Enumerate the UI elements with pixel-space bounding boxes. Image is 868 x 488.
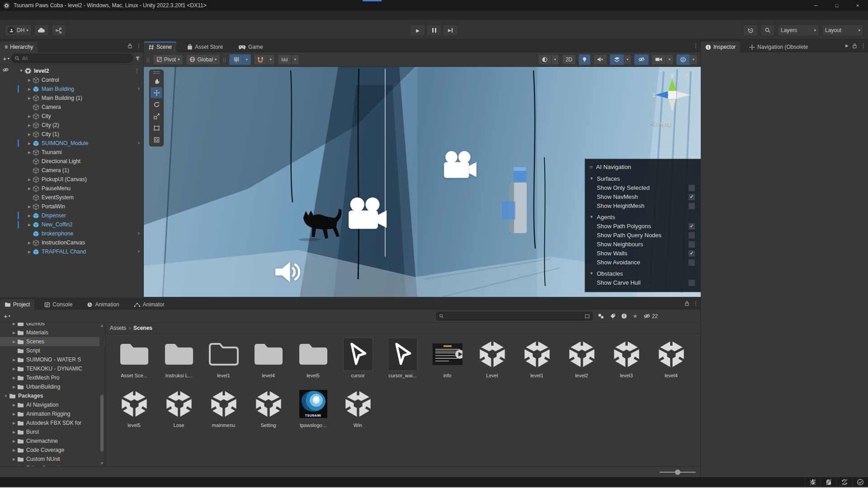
folder-tree-item[interactable]: ▶ SUIMONO - WATER S — [0, 355, 105, 364]
expander-icon[interactable]: ▶ — [26, 241, 33, 245]
hierarchy-item[interactable]: ▶ SUIMONO_Module › — [0, 139, 143, 148]
asset-item[interactable]: TSUNAMI info — [425, 337, 470, 384]
lock-icon[interactable] — [852, 43, 857, 49]
pivot-dropdown[interactable]: Pivot▾ — [153, 54, 184, 65]
create-object-button[interactable]: +▾ — [3, 55, 9, 62]
asset-item[interactable]: TSUNAMI Win — [335, 386, 380, 433]
tree-scrollbar[interactable]: ▲ ▼ — [99, 323, 104, 466]
asset-item[interactable]: TSUNAMI cursor — [335, 337, 380, 384]
tab-animation[interactable]: Animation — [82, 299, 123, 310]
ai-navigation-row[interactable]: ▼ Show Avoidance ✓ — [590, 258, 696, 267]
tab-inspector[interactable]: Inspector — [701, 42, 740, 52]
folder-tree-item[interactable]: ▼ Packages — [0, 391, 105, 400]
visibility-eye-icon[interactable] — [2, 67, 9, 72]
asset-item[interactable]: TSUNAMI Instruksi L... — [156, 337, 201, 384]
expander-icon[interactable]: ▶ — [11, 448, 17, 452]
collab-sync-icon[interactable] — [836, 477, 852, 487]
folder-tree-item[interactable]: ▶ TENKOKU - DYNAMIC — [0, 364, 105, 373]
kebab-menu-icon[interactable]: ⋮ — [134, 68, 140, 74]
2d-toggle-button[interactable]: 2D — [562, 54, 576, 65]
scene-lighting-button[interactable] — [579, 54, 590, 65]
tab-navigation-obsolete[interactable]: Navigation (Obsolete — [745, 42, 812, 52]
favorites-star-icon[interactable]: ★ — [632, 313, 638, 319]
ai-navigation-row[interactable]: ▼ Show Path Polygons ✓ — [590, 221, 696, 230]
search-by-import-log-icon[interactable] — [621, 313, 627, 319]
snap-increment-button[interactable] — [278, 54, 292, 65]
audio-mute-button[interactable] — [593, 54, 607, 65]
asset-item[interactable]: TSUNAMI Asset Sce... — [112, 337, 156, 384]
hierarchy-item[interactable]: ▶ City › — [0, 112, 143, 121]
asset-item[interactable]: TSUNAMI level1 — [201, 337, 246, 384]
hierarchy-item[interactable]: ▶ TRAPFALL Chand › — [0, 247, 143, 256]
ai-navigation-row[interactable]: ▼ Obstacles ✓ — [590, 269, 696, 278]
folder-tree-item[interactable]: ▶ Cinemachine — [0, 436, 105, 446]
expander-icon[interactable]: ▶ — [11, 457, 17, 461]
search-by-label-icon[interactable] — [610, 313, 616, 319]
hierarchy-item[interactable]: ▶ Main Building (1) › — [0, 94, 143, 103]
checkbox[interactable]: ✓ — [688, 232, 695, 239]
project-search-input[interactable] — [446, 313, 583, 319]
folder-tree-item[interactable]: ▶ Burst — [0, 427, 105, 436]
scene-header-row[interactable]: ▼ level2 ⋮ — [0, 66, 143, 75]
expander-icon[interactable]: ▶ — [11, 358, 17, 362]
perspective-label[interactable]: ≺ Persp — [650, 120, 672, 127]
folder-tree-item[interactable]: ▶ Script — [0, 346, 105, 355]
checkbox[interactable]: ✓ — [688, 223, 695, 230]
asset-item[interactable]: TSUNAMI level5 — [291, 337, 335, 384]
expander-icon[interactable]: ▶ — [26, 114, 33, 118]
folder-tree-item[interactable]: ▶ AI Navigation — [0, 400, 105, 409]
hierarchy-item[interactable]: ▶ PickupUI (Canvas) › — [0, 175, 143, 184]
checkbox[interactable]: ✓ — [688, 241, 695, 248]
folder-tree-item[interactable]: ▶ Scenes — [0, 337, 105, 346]
asset-item[interactable]: TSUNAMI mainmenu — [201, 386, 246, 433]
rect-tool[interactable] — [151, 122, 162, 133]
shading-dropdown[interactable]: ▾ — [552, 54, 559, 65]
expander-icon[interactable]: ▶ — [11, 331, 17, 335]
grid-dropdown[interactable]: ▾ — [243, 54, 251, 65]
hidden-count-badge[interactable]: 22 — [643, 313, 658, 319]
gizmos-button[interactable] — [676, 54, 690, 65]
tab-game[interactable]: Game — [234, 42, 268, 52]
progress-check-icon[interactable] — [852, 477, 868, 487]
camera-gizmo-icon[interactable] — [345, 196, 389, 231]
expander-icon[interactable]: ▶ — [26, 78, 33, 82]
ai-navigation-row[interactable]: ▼ Surfaces ✓ — [590, 174, 696, 183]
expander-icon[interactable]: ▶ — [26, 178, 33, 182]
hierarchy-item[interactable]: ▶ Main Building › — [0, 84, 143, 94]
expander-icon[interactable]: ▶ — [26, 205, 33, 209]
ai-navigation-row[interactable]: ▼ Agents ✓ — [590, 212, 696, 221]
maximize-button[interactable]: □ — [826, 0, 847, 11]
ai-navigation-row[interactable]: ▼ Show Carve Hull ✓ — [590, 278, 696, 287]
foldout-triangle-icon[interactable]: ▼ — [590, 271, 597, 276]
asset-item[interactable]: TSUNAMI level4 — [246, 337, 291, 384]
project-search[interactable] — [436, 312, 593, 320]
expander-icon[interactable]: ▶ — [26, 132, 33, 136]
hierarchy-item[interactable]: ▶ Directional Light › — [0, 157, 143, 166]
expander-icon[interactable]: ▶ — [26, 187, 33, 191]
hierarchy-item[interactable]: ▶ Tsunami › — [0, 148, 143, 157]
scroll-down-icon[interactable]: ▼ — [99, 461, 104, 465]
undo-history-button[interactable] — [743, 24, 758, 36]
scrollbar-thumb[interactable] — [100, 395, 104, 451]
folder-tree-item[interactable]: ▶ Animation Rigging — [0, 409, 105, 418]
expander-icon[interactable]: ▶ — [26, 87, 33, 91]
checkbox[interactable]: ✓ — [688, 184, 695, 192]
expander-icon[interactable]: ▶ — [26, 223, 33, 227]
slider-thumb[interactable] — [675, 469, 680, 475]
close-button[interactable]: × — [847, 0, 868, 11]
cache-server-icon[interactable] — [821, 477, 836, 487]
search-by-type-icon[interactable] — [598, 313, 604, 319]
folder-tree-item[interactable]: ▶ Code Coverage — [0, 446, 105, 455]
expander-icon[interactable]: ▼ — [18, 69, 24, 73]
asset-item[interactable]: TSUNAMI Setting — [246, 386, 291, 433]
hierarchy-item[interactable]: ▶ Camera (1) › — [0, 166, 143, 175]
folder-tree-item[interactable]: ▶ Autodesk FBX SDK for — [0, 418, 105, 427]
hierarchy-item[interactable]: ▶ PortalWin › — [0, 202, 143, 211]
tab-hierarchy[interactable]: ≡ Hierarchy — [0, 42, 38, 52]
hierarchy-search-input[interactable] — [21, 55, 130, 61]
account-button[interactable]: DH ▾ — [5, 24, 32, 36]
expander-icon[interactable]: ▶ — [11, 430, 17, 434]
expander-icon[interactable]: ▶ — [11, 403, 17, 407]
open-search-window-icon[interactable] — [585, 314, 590, 319]
lock-icon[interactable] — [127, 43, 132, 49]
